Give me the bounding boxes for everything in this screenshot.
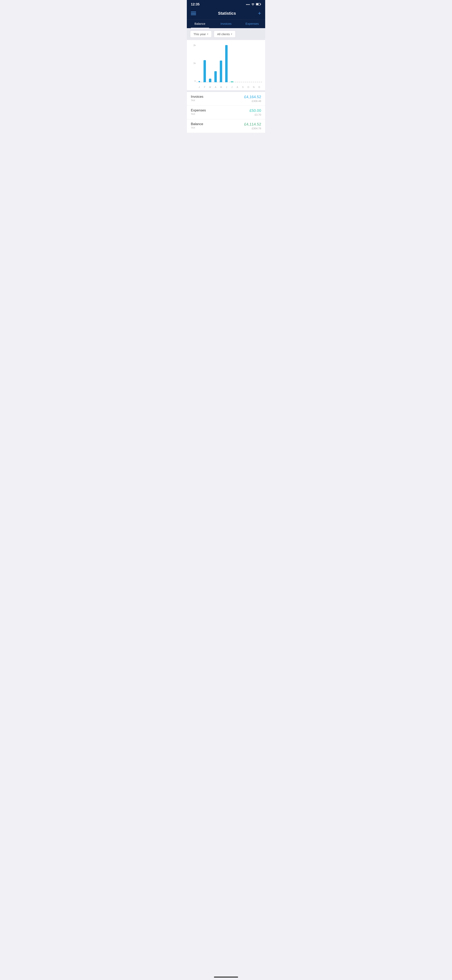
balance-right: £4,114.52 £304.78	[244, 122, 261, 130]
period-filter[interactable]: This year ▾	[190, 30, 212, 38]
bottom-bar	[187, 975, 265, 980]
section-divider	[187, 90, 265, 92]
page-title: Statistics	[218, 11, 236, 16]
x-label-jan: J	[197, 86, 202, 88]
invoices-amount: £4,164.52	[244, 95, 261, 99]
x-label-apr: A	[213, 86, 218, 88]
invoices-right: £4,164.52 £308.48	[244, 95, 261, 103]
svg-rect-2	[256, 3, 259, 5]
wifi-icon	[251, 3, 255, 6]
bar-dec	[257, 44, 262, 82]
tab-balance[interactable]: Balance	[187, 19, 213, 28]
clients-filter[interactable]: All clients ▾	[214, 30, 236, 38]
bar-mar-bar	[209, 79, 211, 82]
period-chevron-icon: ▾	[207, 33, 208, 35]
expenses-row: Expenses TAX £50.00 £3.70	[187, 106, 265, 119]
expenses-label: Expenses	[191, 108, 206, 113]
invoices-left: Invoices TAX	[191, 95, 203, 102]
bar-jun-bar	[225, 45, 228, 82]
expenses-sublabel: TAX	[191, 113, 206, 115]
y-label-1k: 1k	[190, 62, 196, 64]
home-indicator	[214, 977, 238, 978]
bar-jul-bar	[231, 81, 233, 82]
balance-row: Balance TAX £4,114.52 £304.78	[187, 119, 265, 133]
bar-may	[218, 44, 224, 82]
tab-invoices[interactable]: Invoices	[213, 19, 239, 28]
svg-rect-1	[260, 4, 261, 5]
expenses-amount: £50.00	[249, 108, 261, 113]
x-label-aug: A	[235, 86, 240, 88]
bar-jun	[224, 44, 229, 82]
x-label-nov: N	[251, 86, 257, 88]
balance-tax: £304.78	[252, 127, 261, 130]
period-label: This year	[193, 32, 206, 36]
bar-apr-bar	[214, 71, 217, 82]
filter-bar: This year ▾ All clients ▾	[187, 28, 265, 40]
bar-feb	[202, 44, 207, 82]
invoices-row: Invoices TAX £4,164.52 £308.48	[187, 92, 265, 106]
bar-jul	[229, 44, 235, 82]
signal-icon: ▪▪▪▪	[246, 3, 250, 6]
x-label-oct: O	[246, 86, 251, 88]
menu-button[interactable]	[191, 12, 196, 15]
status-bar: 12:35 ▪▪▪▪	[187, 0, 265, 8]
clients-label: All clients	[217, 32, 230, 36]
bar-jan-marker	[198, 81, 200, 82]
bar-mar	[207, 44, 213, 82]
x-label-jul: J	[229, 86, 235, 88]
y-label-0: 0	[190, 80, 196, 82]
bar-feb-bar	[203, 60, 206, 82]
chart-bars-container	[197, 44, 262, 82]
status-icons: ▪▪▪▪	[246, 3, 261, 6]
status-time: 12:35	[191, 2, 200, 6]
chart-area: 2k 1k 0	[187, 40, 265, 90]
battery-icon	[256, 3, 261, 6]
bar-may-bar	[220, 60, 222, 82]
invoices-sublabel: TAX	[191, 99, 203, 102]
y-axis: 2k 1k 0	[190, 44, 196, 82]
y-label-2k: 2k	[190, 44, 196, 46]
tab-expenses[interactable]: Expenses	[239, 19, 265, 28]
expenses-tax: £3.70	[255, 113, 261, 116]
bar-apr	[213, 44, 218, 82]
x-label-jun: J	[224, 86, 229, 88]
x-label-mar: M	[207, 86, 213, 88]
header: Statistics +	[187, 8, 265, 19]
tab-bar: Balance Invoices Expenses	[187, 19, 265, 28]
summary-section: Invoices TAX £4,164.52 £308.48 Expenses …	[187, 92, 265, 133]
bar-aug	[235, 44, 240, 82]
x-label-sep: S	[240, 86, 246, 88]
bars-wrap	[197, 44, 262, 82]
x-label-feb: F	[202, 86, 207, 88]
bar-jan	[197, 44, 202, 82]
expenses-right: £50.00 £3.70	[249, 108, 261, 116]
x-axis: J F M A M J J A S O N D	[197, 86, 262, 88]
invoices-tax: £308.48	[252, 100, 261, 103]
balance-label: Balance	[191, 122, 203, 126]
invoices-label: Invoices	[191, 95, 203, 99]
x-label-dec: D	[257, 86, 262, 88]
bar-sep	[240, 44, 246, 82]
expenses-left: Expenses TAX	[191, 108, 206, 115]
bar-oct	[246, 44, 251, 82]
x-label-may: M	[218, 86, 224, 88]
bar-chart: 2k 1k 0	[190, 44, 262, 88]
balance-amount: £4,114.52	[244, 122, 261, 127]
bar-nov	[251, 44, 257, 82]
balance-left: Balance TAX	[191, 122, 203, 129]
add-button[interactable]: +	[258, 10, 261, 16]
balance-sublabel: TAX	[191, 127, 203, 129]
clients-chevron-icon: ▾	[231, 33, 232, 35]
